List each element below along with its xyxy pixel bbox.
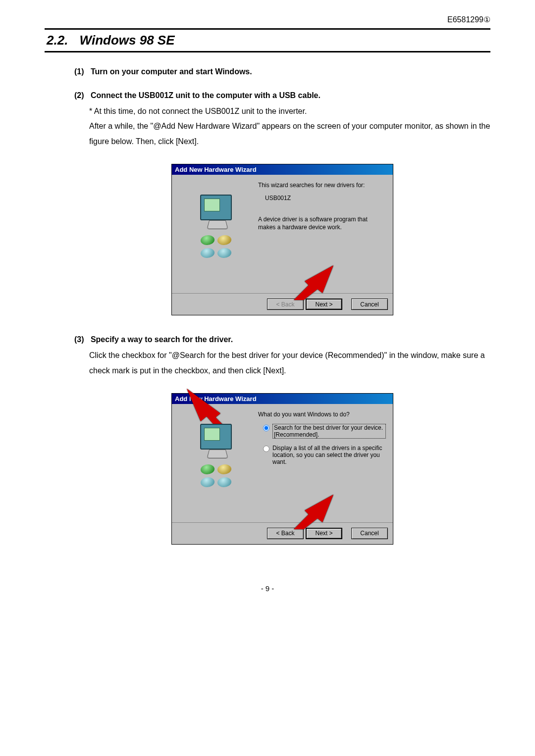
next-button[interactable]: Next > bbox=[306, 299, 342, 310]
step-2: (2) Connect the USB001Z unit to the comp… bbox=[74, 91, 490, 149]
disc-icon bbox=[217, 235, 232, 245]
section-number: 2.2. bbox=[47, 33, 68, 48]
arrow-icon bbox=[294, 495, 333, 529]
arrow-icon bbox=[294, 265, 333, 300]
disc-icon bbox=[200, 477, 215, 487]
wizard1-titlebar: Add New Hardware Wizard bbox=[172, 164, 393, 175]
step-3-body-1: Click the checkbox for "@Search for the … bbox=[89, 348, 490, 378]
disc-icon bbox=[200, 248, 215, 258]
page-number: - 9 - bbox=[45, 584, 490, 593]
wizard1-desc: A device driver is a software program th… bbox=[258, 216, 386, 231]
wizard-dialog-1: Add New Hardware Wizard This wizard sear… bbox=[171, 164, 393, 315]
step-1-num: (1) bbox=[74, 67, 84, 76]
section-title: Windows 98 SE bbox=[80, 33, 175, 48]
step-3-num: (3) bbox=[74, 335, 84, 344]
step-2-title: Connect the USB001Z unit to the computer… bbox=[91, 91, 321, 100]
radio-display-list[interactable] bbox=[263, 446, 269, 452]
svg-marker-2 bbox=[294, 495, 333, 529]
section-heading: 2.2. Windows 98 SE bbox=[45, 28, 490, 52]
monitor-icon bbox=[200, 195, 232, 220]
wizard2-question: What do you want Windows to do? bbox=[258, 411, 386, 419]
disc-icon bbox=[217, 477, 232, 487]
doc-id: E6581299① bbox=[45, 15, 490, 24]
cancel-button[interactable]: Cancel bbox=[351, 528, 388, 539]
cancel-button[interactable]: Cancel bbox=[351, 299, 388, 310]
disc-icon bbox=[217, 464, 232, 474]
wizard1-clipart bbox=[179, 182, 253, 290]
radio-display-list-label: Display a list of all the drivers in a s… bbox=[272, 445, 386, 465]
step-3-title: Specify a way to search for the driver. bbox=[91, 335, 233, 344]
step-2-body-2: After a while, the "@Add New Hardware Wi… bbox=[89, 119, 490, 149]
next-button[interactable]: Next > bbox=[306, 528, 342, 539]
step-2-num: (2) bbox=[74, 91, 84, 100]
disc-icon bbox=[217, 248, 232, 258]
radio-search-best[interactable] bbox=[263, 425, 269, 431]
wizard1-device: USB001Z bbox=[265, 195, 386, 202]
back-button[interactable]: < Back bbox=[267, 528, 304, 539]
wizard-dialog-2: Add New Hardware Wizard What do you want… bbox=[171, 393, 393, 545]
disc-icon bbox=[200, 464, 215, 474]
disc-icon bbox=[200, 235, 215, 245]
step-1-title: Turn on your computer and start Windows. bbox=[91, 67, 252, 76]
back-button: < Back bbox=[267, 299, 304, 310]
wizard1-line1: This wizard searches for new drivers for… bbox=[258, 182, 386, 190]
step-3: (3) Specify a way to search for the driv… bbox=[74, 335, 490, 378]
svg-marker-0 bbox=[294, 265, 333, 300]
step-1: (1) Turn on your computer and start Wind… bbox=[74, 67, 490, 76]
step-2-body-1: * At this time, do not connect the USB00… bbox=[89, 104, 490, 119]
radio-search-best-label: Search for the best driver for your devi… bbox=[272, 424, 386, 439]
monitor-icon bbox=[200, 424, 232, 450]
